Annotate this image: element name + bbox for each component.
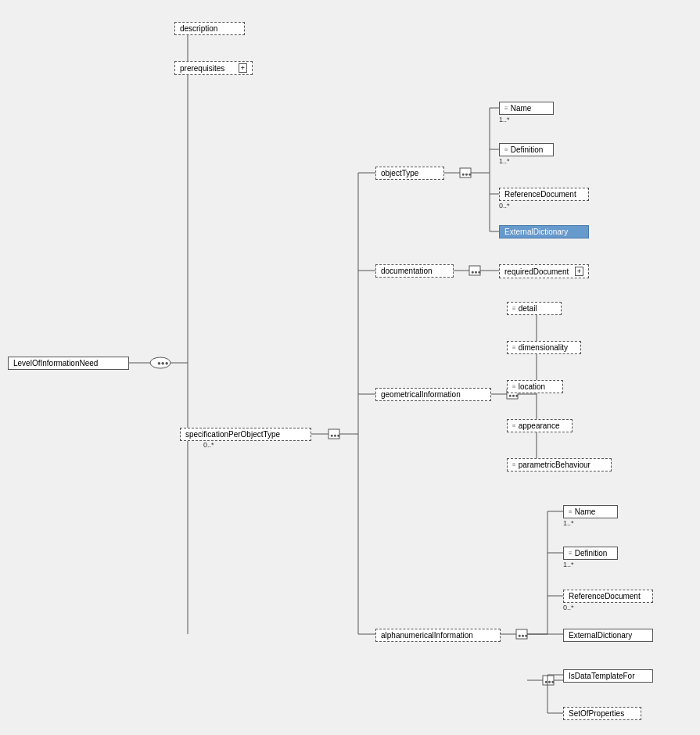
objecttype-label: objectType <box>381 169 418 177</box>
isdatatemplatefor-label: IsDataTemplateFor <box>569 672 634 680</box>
setofproperties-node: SetOfProperties <box>563 707 641 720</box>
definition1-node: ≡ Definition <box>499 143 554 156</box>
requireddocument-label: requiredDocument <box>504 267 569 276</box>
location-node: ≡ location <box>507 380 563 393</box>
svg-text:●●●: ●●● <box>508 393 519 398</box>
svg-text:●●●: ●●● <box>157 360 169 367</box>
name1-node: ≡ Name <box>499 102 554 115</box>
svg-text:●●●: ●●● <box>544 679 555 684</box>
svg-text:●●●: ●●● <box>471 269 481 274</box>
lines-icon9: ≡ <box>569 550 573 557</box>
alphanumericalinformation-label: alphanumericalInformation <box>381 631 473 640</box>
prerequisites-label: prerequisites <box>180 64 224 73</box>
geometricalinformation-node: geometricalInformation <box>375 388 491 401</box>
parametricbehaviour-node: ≡ parametricBehaviour <box>507 458 612 471</box>
lines-icon7: ≡ <box>512 461 516 468</box>
externaldictionary2-node: ExternalDictionary <box>563 629 653 642</box>
definition2-mult: 1..* <box>563 561 574 568</box>
svg-text:●●●: ●●● <box>461 171 472 177</box>
lines-icon2: ≡ <box>504 146 508 153</box>
referencedocument2-node: ReferenceDocument <box>563 590 653 603</box>
isdatatemplatefor-node: IsDataTemplateFor <box>563 669 653 683</box>
referencedocument1-node: ReferenceDocument <box>499 188 589 201</box>
setofproperties-label: SetOfProperties <box>569 709 624 718</box>
appearance-label: appearance <box>519 421 560 430</box>
root-label: LevelOfInformationNeed <box>13 359 98 368</box>
objecttype-node: objectType <box>375 167 444 180</box>
detail-label: detail <box>519 304 537 313</box>
dimensionality-node: ≡ dimensionality <box>507 341 581 354</box>
name1-label: Name <box>511 104 532 113</box>
spec-mult: 0..* <box>203 441 214 449</box>
definition1-label: Definition <box>511 145 544 154</box>
plus-icon2: + <box>575 267 583 276</box>
specificationperobjecttype-label: specificationPerObjectType <box>185 430 280 439</box>
name1-mult: 1..* <box>499 116 510 124</box>
appearance-node: ≡ appearance <box>507 419 573 432</box>
lines-icon4: ≡ <box>512 344 516 351</box>
dimensionality-label: dimensionality <box>519 343 568 352</box>
externaldictionary1-node: ExternalDictionary <box>499 225 589 238</box>
lines-icon3: ≡ <box>512 305 516 312</box>
plus-icon: + <box>239 63 247 73</box>
diagram-container: ●●● ●●● ●●● <box>0 0 700 735</box>
definition1-mult: 1..* <box>499 157 510 165</box>
description-node: description <box>174 22 245 35</box>
prerequisites-node: prerequisites + <box>174 61 253 75</box>
lines-icon6: ≡ <box>512 422 516 429</box>
svg-rect-27 <box>469 266 480 275</box>
alphanumericalinformation-node: alphanumericalInformation <box>375 629 501 642</box>
svg-point-1 <box>150 357 171 368</box>
svg-rect-41 <box>516 629 527 639</box>
requireddocument-node: requiredDocument + <box>499 264 589 278</box>
name2-label: Name <box>575 507 596 516</box>
refdoc1-mult: 0..* <box>499 202 510 210</box>
definition2-node: ≡ Definition <box>563 547 618 560</box>
svg-text:●●●: ●●● <box>330 432 340 438</box>
name2-mult: 1..* <box>563 519 574 527</box>
lines-icon1: ≡ <box>504 105 508 112</box>
referencedocument1-label: ReferenceDocument <box>504 190 576 199</box>
externaldictionary2-label: ExternalDictionary <box>569 631 632 640</box>
documentation-node: documentation <box>375 264 454 278</box>
documentation-label: documentation <box>381 267 433 275</box>
parametricbehaviour-label: parametricBehaviour <box>519 461 591 469</box>
refdoc2-mult: 0..* <box>563 604 574 611</box>
svg-rect-50 <box>543 676 554 685</box>
referencedocument2-label: ReferenceDocument <box>569 592 641 601</box>
specificationperobjecttype-node: specificationPerObjectType <box>180 428 311 441</box>
svg-text:●●●: ●●● <box>518 633 528 638</box>
svg-rect-18 <box>460 168 471 177</box>
lines-icon5: ≡ <box>512 383 516 390</box>
root-node: LevelOfInformationNeed <box>8 357 129 370</box>
externaldictionary1-label: ExternalDictionary <box>504 228 568 236</box>
name2-node: ≡ Name <box>563 505 618 518</box>
definition2-label: Definition <box>575 549 608 558</box>
lines-icon8: ≡ <box>569 508 573 515</box>
svg-rect-9 <box>328 429 339 439</box>
description-label: description <box>180 24 217 33</box>
geometricalinformation-label: geometricalInformation <box>381 390 461 399</box>
detail-node: ≡ detail <box>507 302 562 315</box>
location-label: location <box>519 382 545 391</box>
